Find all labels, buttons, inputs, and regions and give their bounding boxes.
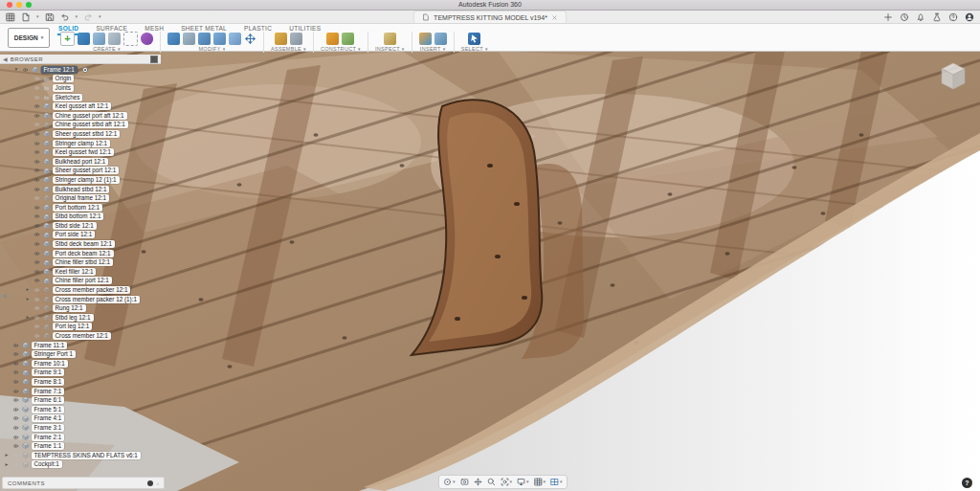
browser-item-label[interactable]: Bulkhead port 12:1: [53, 158, 109, 166]
browser-item[interactable]: Frame 3:1: [0, 423, 161, 433]
visibility-eye-icon[interactable]: [33, 177, 41, 183]
visibility-eye-icon[interactable]: [33, 278, 41, 283]
revolve-button[interactable]: [93, 33, 105, 45]
browser-item[interactable]: Sheer gusset port 12:1: [0, 167, 161, 176]
browser-item[interactable]: Keel gusset fwd 12:1: [0, 147, 161, 157]
browser-item-label[interactable]: Frame 8:1: [32, 378, 65, 386]
visibility-eye-icon[interactable]: [11, 351, 20, 357]
browser-item-label[interactable]: Chine filler port 12:1: [53, 277, 112, 284]
draft-button[interactable]: [213, 33, 226, 45]
tree-expand-icon[interactable]: ▸: [25, 315, 31, 321]
browser-item[interactable]: Frame 2:1: [0, 433, 161, 442]
browser-item[interactable]: ▸Cross member packer 12 (1):1: [0, 295, 161, 304]
browser-item[interactable]: Origin: [0, 75, 161, 84]
visibility-eye-icon[interactable]: [33, 251, 41, 257]
browser-item-label[interactable]: Sheer gusset stbd 12:1: [53, 130, 121, 138]
ribbon-group-label[interactable]: CONSTRUCT▾: [321, 46, 361, 52]
browser-item-label[interactable]: Stbd side 12:1: [53, 222, 97, 230]
activate-component-radio[interactable]: [81, 66, 89, 74]
browser-item[interactable]: Frame 6:1: [0, 395, 161, 405]
visibility-eye-icon[interactable]: [11, 425, 20, 431]
ribbon-group-label[interactable]: CREATE▾: [93, 46, 121, 52]
browser-item-label[interactable]: Frame 11:1: [32, 342, 68, 349]
visibility-eye-icon[interactable]: [33, 195, 41, 201]
browser-item-label[interactable]: Stringer Port 1: [32, 350, 77, 358]
combine-button[interactable]: [229, 33, 241, 45]
browser-item-label[interactable]: Rung 12:1: [53, 304, 86, 312]
construct-axis-button[interactable]: [342, 33, 354, 45]
visibility-eye-icon[interactable]: [33, 259, 41, 265]
browser-item-label[interactable]: Bulkhead stbd 12:1: [53, 186, 110, 193]
browser-item[interactable]: Frame 7:1: [0, 387, 161, 396]
create-form-button[interactable]: [141, 33, 153, 45]
tree-expand-icon[interactable]: ▾: [13, 67, 19, 73]
browser-item-label[interactable]: Port side 12:1: [53, 231, 96, 238]
browser-item-label[interactable]: Cross member packer 12:1: [53, 286, 131, 294]
look-at-tool[interactable]: [460, 478, 469, 486]
visibility-eye-icon[interactable]: [33, 315, 41, 321]
browser-item[interactable]: Cross member 12:1: [0, 331, 161, 341]
browser-item-label[interactable]: Stbd deck beam 12:1: [53, 240, 116, 248]
visibility-eye-icon[interactable]: [33, 76, 41, 81]
browser-item-label[interactable]: Frame 7:1: [32, 388, 65, 395]
move-copy-button[interactable]: [244, 33, 256, 45]
visibility-eye-icon[interactable]: [33, 305, 41, 311]
measure-button[interactable]: [384, 33, 396, 45]
browser-item[interactable]: ▸Cockpit:1: [0, 460, 161, 470]
visibility-eye-icon[interactable]: [21, 67, 30, 73]
viewports-tool[interactable]: ▾: [550, 478, 563, 486]
browser-item-label[interactable]: Sheer gusset port 12:1: [53, 167, 120, 174]
browser-item-label[interactable]: Frame 12:1: [41, 66, 78, 74]
browser-item-label[interactable]: Cockpit:1: [32, 460, 62, 468]
visibility-eye-icon[interactable]: [33, 297, 41, 302]
browser-item-label[interactable]: Chine filler stbd 12:1: [53, 258, 113, 266]
browser-item[interactable]: Sketches: [0, 93, 161, 102]
create-points-button[interactable]: [123, 32, 138, 46]
visibility-eye-icon[interactable]: [33, 324, 41, 329]
display-settings-dropdown-icon[interactable]: ▾: [526, 480, 529, 484]
create-sketch-button[interactable]: +: [60, 32, 75, 46]
tree-expand-icon[interactable]: ▸: [4, 453, 10, 458]
notifications-icon[interactable]: [916, 12, 925, 22]
visibility-eye-icon[interactable]: [33, 213, 41, 219]
visibility-eye-icon[interactable]: [33, 205, 41, 211]
visibility-eye-icon[interactable]: [11, 415, 20, 421]
job-status-icon[interactable]: [900, 12, 909, 22]
visibility-eye-icon[interactable]: [11, 389, 20, 394]
browser-item-label[interactable]: Frame 9:1: [32, 368, 65, 376]
browser-item[interactable]: Frame 5:1: [0, 405, 161, 414]
viewports-dropdown-icon[interactable]: ▾: [560, 480, 563, 484]
tree-expand-icon[interactable]: ▸: [25, 287, 31, 293]
browser-item[interactable]: Port deck beam 12:1: [0, 249, 161, 258]
ribbon-group-label[interactable]: INSPECT▾: [375, 46, 405, 52]
browser-item[interactable]: Chine gusset stbd aft 12:1: [0, 121, 161, 130]
shell-button[interactable]: [198, 33, 211, 45]
browser-item[interactable]: Chine filler port 12:1: [0, 277, 161, 286]
zoom-tool[interactable]: [487, 478, 496, 486]
browser-item[interactable]: ▸TEMPTRESS SKINS AND FLATS v6:1: [0, 451, 161, 460]
browser-item-label[interactable]: Keel filler 12:1: [53, 268, 97, 276]
comments-bar[interactable]: COMMENTS ‹: [2, 477, 165, 489]
browser-item[interactable]: Sheer gusset stbd 12:1: [0, 129, 161, 139]
tree-expand-icon[interactable]: ▸: [4, 462, 10, 468]
browser-item-label[interactable]: Stbd bottom 12:1: [53, 212, 104, 220]
browser-item-label[interactable]: Joints: [53, 84, 74, 92]
fit-dropdown-icon[interactable]: ▾: [510, 480, 513, 484]
visibility-eye-icon[interactable]: [33, 167, 41, 173]
visibility-eye-icon[interactable]: [33, 122, 41, 127]
tree-expand-icon[interactable]: ▸: [25, 297, 31, 302]
browser-item[interactable]: Chine gusset port aft 12:1: [0, 111, 161, 121]
browser-item-label[interactable]: Sketches: [53, 94, 83, 101]
document-tab[interactable]: TEMPTRESS KITTING MODEL v194*: [413, 11, 567, 23]
browser-item[interactable]: Rung 12:1: [0, 303, 161, 313]
browser-item-label[interactable]: Frame 3:1: [32, 424, 65, 432]
ribbon-group-label[interactable]: ASSEMBLE▾: [271, 46, 306, 52]
visibility-eye-icon[interactable]: [33, 223, 41, 229]
extensions-icon[interactable]: [932, 12, 942, 22]
visibility-eye-icon[interactable]: [11, 453, 20, 458]
visibility-eye-icon[interactable]: [11, 443, 20, 449]
browser-item[interactable]: Port side 12:1: [0, 231, 161, 240]
browser-item-label[interactable]: Frame 4:1: [32, 414, 65, 422]
new-component-button[interactable]: [275, 33, 287, 45]
browser-item[interactable]: Port bottom 12:1: [0, 203, 161, 212]
